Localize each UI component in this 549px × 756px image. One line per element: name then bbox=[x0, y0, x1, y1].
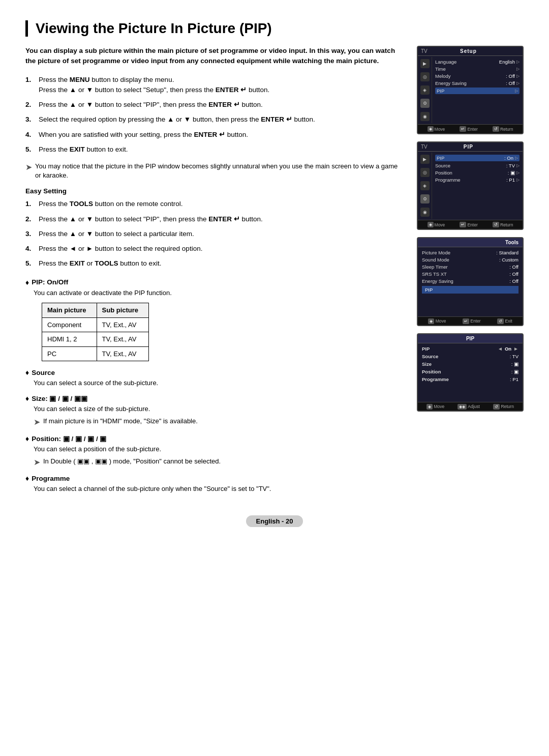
position-body: You can select a position of the sub-pic… bbox=[34, 444, 402, 469]
tv-icon-p5: ◉ bbox=[420, 208, 430, 217]
position-title: Position: ▣ / ▣ / ▣ / ▣ bbox=[32, 434, 106, 443]
programme-title: Programme bbox=[32, 475, 70, 482]
intro-text: You can display a sub picture within the… bbox=[25, 46, 402, 67]
size-note: ➤ If main picture is in "HDMI" mode, "Si… bbox=[34, 417, 402, 428]
easy-step-5: Press the EXIT or TOOLS button to exit. bbox=[25, 258, 402, 269]
table-row: PC TV, Ext., AV bbox=[42, 346, 149, 361]
size-section: ♦ Size: ▣ / ▣ / ▣▣ You can select a size… bbox=[25, 394, 402, 428]
tv-icon-p1: ▶ bbox=[420, 155, 430, 164]
pip-onoff-title: PIP: On/Off bbox=[32, 278, 68, 286]
tv-panel-pip-adjust: PIP PIP ◄ On ► Source : TV bbox=[417, 333, 524, 412]
easy-setting-heading: Easy Setting bbox=[25, 187, 402, 195]
right-column: TV Setup ▶ ◎ ◈ ⚙ ◉ Language bbox=[417, 46, 524, 500]
easy-setting-section: Easy Setting Press the TOOLS button on t… bbox=[25, 187, 402, 269]
left-column: You can display a sub picture within the… bbox=[25, 46, 402, 500]
page-footer: English - 20 bbox=[25, 515, 524, 527]
step-4: When you are satisfied with your setting… bbox=[25, 130, 402, 140]
size-body: You can select a size of the sub-picture… bbox=[34, 404, 402, 428]
easy-step-4: Press the ◄ or ► button to select the re… bbox=[25, 244, 402, 254]
source-title: Source bbox=[32, 369, 55, 376]
easy-setting-steps-list: Press the TOOLS button on the remote con… bbox=[25, 199, 402, 269]
tv-icon-5: ◉ bbox=[420, 112, 430, 121]
bullet-sections: ♦ PIP: On/Off You can activate or deacti… bbox=[25, 278, 402, 494]
tv-icon-p2: ◎ bbox=[420, 168, 430, 177]
easy-step-1: Press the TOOLS button on the remote con… bbox=[25, 199, 402, 209]
footer-badge: English - 20 bbox=[246, 515, 303, 527]
tv-icon-2: ◎ bbox=[420, 72, 430, 81]
easy-step-3: Press the ▲ or ▼ button to select a part… bbox=[25, 229, 402, 239]
table-row: Component TV, Ext., AV bbox=[42, 317, 149, 332]
main-steps-list: Press the MENU button to display the men… bbox=[25, 75, 402, 155]
page-title: Viewing the Picture In Picture (PIP) bbox=[36, 20, 524, 37]
tools-pip-highlight: PIP bbox=[422, 286, 518, 294]
table-header-main: Main picture bbox=[42, 303, 97, 318]
source-section: ♦ Source You can select a source of the … bbox=[25, 368, 402, 388]
note-pip: ➤ You may notice that the picture in the… bbox=[25, 162, 402, 180]
tv-icon-1: ▶ bbox=[420, 59, 430, 68]
position-note: ➤ In Double ( ▣▣ , ▣▣ ) mode, "Position"… bbox=[34, 457, 402, 468]
tv-icon-4: ⚙ bbox=[420, 99, 430, 108]
tv-panel-pip: TV PIP ▶ ◎ ◈ ⚙ ◉ PIP : On ▷ bbox=[417, 141, 524, 230]
tv-icon-3: ◈ bbox=[420, 85, 430, 95]
position-section: ♦ Position: ▣ / ▣ / ▣ / ▣ You can select… bbox=[25, 434, 402, 469]
pip-onoff-section: ♦ PIP: On/Off You can activate or deacti… bbox=[25, 278, 402, 362]
programme-section: ♦ Programme You can select a channel of … bbox=[25, 474, 402, 494]
step-2: Press the ▲ or ▼ button to select "PIP",… bbox=[25, 100, 402, 110]
step-5: Press the EXIT button to exit. bbox=[25, 144, 402, 155]
easy-step-2: Press the ▲ or ▼ button to select "PIP",… bbox=[25, 214, 402, 224]
page-wrapper: Viewing the Picture In Picture (PIP) You… bbox=[25, 20, 524, 527]
tv-icon-p3: ◈ bbox=[420, 181, 430, 190]
page-title-wrapper: Viewing the Picture In Picture (PIP) bbox=[25, 20, 524, 37]
pip-onoff-body: You can activate or deactivate the PIP f… bbox=[34, 288, 402, 362]
source-body: You can select a source of the sub-pictu… bbox=[34, 378, 402, 388]
step-1: Press the MENU button to display the men… bbox=[25, 75, 402, 96]
tv-icon-p4: ⚙ bbox=[420, 194, 430, 203]
tv-panel-tools: Tools Picture Mode : Standard Sound Mode… bbox=[417, 237, 524, 326]
table-row: HDMI 1, 2 TV, Ext., AV bbox=[42, 332, 149, 347]
main-layout: You can display a sub picture within the… bbox=[25, 46, 524, 500]
size-title: Size: ▣ / ▣ / ▣▣ bbox=[32, 394, 87, 402]
table-header-sub: Sub picture bbox=[97, 303, 149, 318]
tv-panel-setup: TV Setup ▶ ◎ ◈ ⚙ ◉ Language bbox=[417, 46, 524, 134]
programme-body: You can select a channel of the sub-pict… bbox=[34, 484, 402, 494]
step-3: Select the required option by pressing t… bbox=[25, 114, 402, 125]
pip-table: Main picture Sub picture Component TV, E… bbox=[42, 303, 149, 361]
